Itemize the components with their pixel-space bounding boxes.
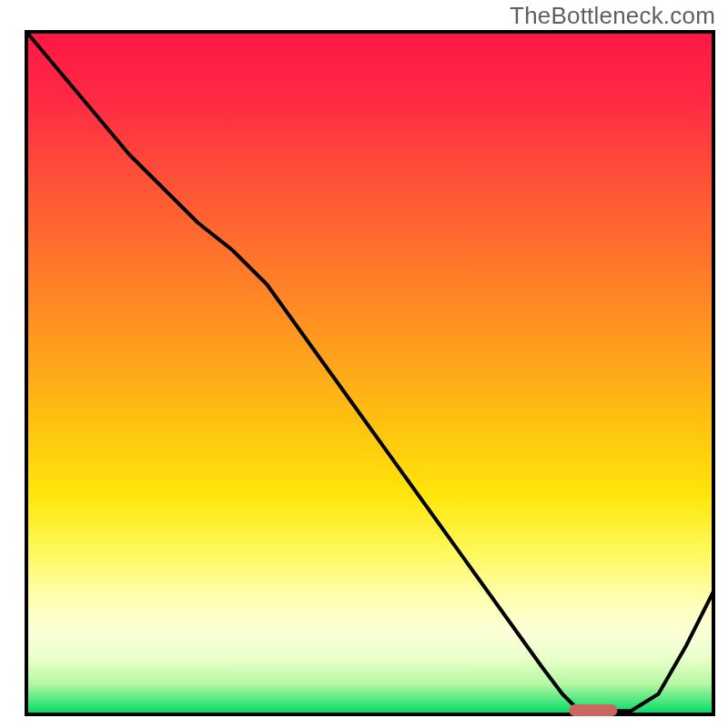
watermark-text: TheBottleneck.com [510, 2, 715, 30]
optimal-marker [569, 704, 617, 716]
bottleneck-chart [0, 0, 728, 728]
chart-container: TheBottleneck.com [0, 0, 728, 728]
plot-background [26, 32, 713, 714]
